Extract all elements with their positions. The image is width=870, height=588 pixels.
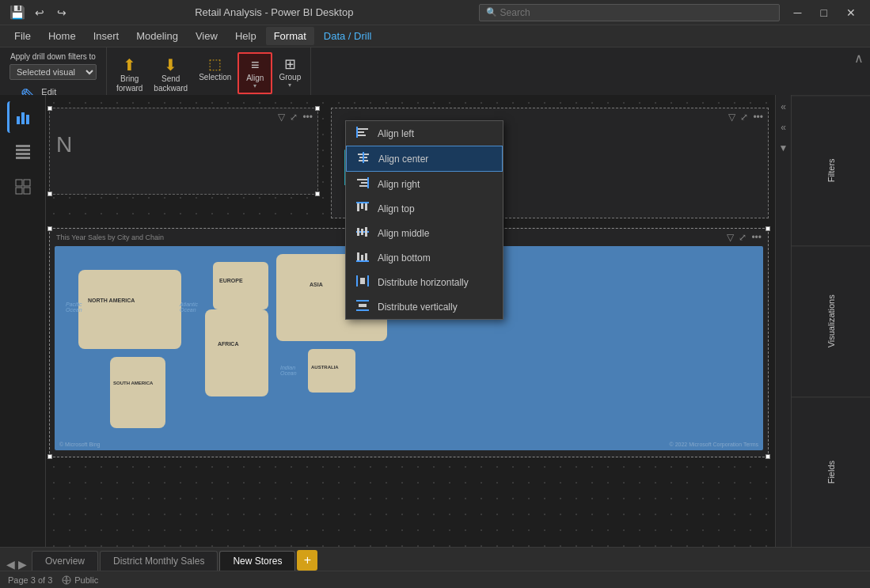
collapse-left-button-2[interactable]: «	[777, 119, 789, 136]
svg-rect-37	[16, 180, 22, 186]
search-bar[interactable]: 🔍	[479, 4, 780, 21]
align-middle-item[interactable]: Align middle	[346, 221, 503, 245]
filter-dropdown-icon[interactable]: ▼	[776, 139, 792, 157]
svg-rect-20	[356, 260, 369, 262]
svg-rect-35	[16, 153, 30, 155]
send-backward-icon: ⬇	[164, 55, 177, 74]
menu-data-drill[interactable]: Data / Drill	[316, 27, 380, 45]
panel-labels: Filters Visualizations Fields	[792, 95, 870, 547]
africa-label: AFRICA	[218, 341, 238, 347]
tab-overview[interactable]: Overview	[32, 551, 98, 571]
menu-help[interactable]: Help	[227, 27, 264, 45]
selection-label: Selection	[199, 73, 231, 82]
align-label: Align	[246, 74, 264, 82]
align-center-icon	[356, 152, 370, 165]
tab-new-stores[interactable]: New Stores	[219, 551, 295, 571]
apply-drill-label: Apply drill down filters to	[10, 52, 96, 61]
svg-rect-1	[357, 131, 364, 133]
left-panel-table[interactable]	[7, 136, 39, 168]
visualizations-panel-label[interactable]: Visualizations	[792, 245, 870, 396]
left-panel	[0, 95, 46, 547]
viz-more-icon[interactable]: •••	[302, 112, 313, 123]
asia-label: ASIA	[310, 282, 323, 287]
close-button[interactable]: ✕	[842, 5, 861, 21]
redo-button[interactable]: ↪	[54, 5, 70, 21]
align-icon: ≡	[251, 57, 260, 74]
maximize-button[interactable]: □	[816, 5, 832, 21]
map-filter-icon[interactable]: ▽	[727, 232, 734, 243]
save-icon[interactable]: 💾	[9, 5, 25, 20]
tab-next-button[interactable]: ▶	[18, 558, 27, 571]
map-more-icon[interactable]: •••	[751, 232, 762, 243]
fields-panel-label[interactable]: Fields	[792, 396, 870, 547]
map-handle-br	[766, 454, 770, 459]
minimize-button[interactable]: ─	[789, 5, 807, 21]
europe-label: EUROPE	[219, 278, 243, 283]
drill-filter-select[interactable]: Selected visual	[9, 64, 97, 80]
bring-forward-icon: ⬆	[123, 55, 136, 74]
svg-rect-39	[16, 188, 22, 194]
search-icon: 🔍	[486, 7, 497, 17]
bing-watermark: © Microsoft Bing	[59, 442, 100, 447]
title-bar-left: 💾 ↩ ↪	[9, 5, 70, 21]
align-top-icon	[355, 202, 370, 215]
svg-rect-2	[357, 135, 366, 136]
tab-district-monthly[interactable]: District Monthly Sales	[100, 551, 218, 571]
viz-top-left[interactable]: ▽ ⤢ ••• N	[49, 108, 318, 195]
handle-tr	[315, 106, 320, 111]
ribbon-collapse-button[interactable]: ∧	[854, 51, 864, 66]
handle-tl	[47, 106, 52, 111]
align-arrow: ▾	[253, 82, 256, 89]
undo-button[interactable]: ↩	[32, 5, 47, 21]
group-button[interactable]: ⊞ Group ▾	[274, 52, 306, 92]
align-button[interactable]: ≡ Align ▾	[237, 52, 272, 94]
tab-prev-button[interactable]: ◀	[6, 558, 15, 571]
align-top-item[interactable]: Align top	[346, 196, 503, 221]
group-arrow: ▾	[288, 82, 291, 89]
svg-rect-28	[356, 309, 369, 311]
selection-button[interactable]: ⬚ Selection	[194, 52, 236, 85]
svg-rect-23	[365, 253, 367, 260]
align-right-item[interactable]: Align right	[346, 172, 503, 196]
align-center-item[interactable]: Align center	[346, 146, 503, 172]
tab-bar: ◀ ▶ Overview District Monthly Sales New …	[0, 547, 870, 571]
title-bar-center: Retail Analysis - Power BI Desktop	[70, 6, 479, 18]
australia-continent: AUSTRALIA	[308, 349, 355, 393]
search-input[interactable]	[500, 7, 773, 18]
bar-filter-icon[interactable]: ▽	[728, 112, 735, 123]
svg-rect-25	[367, 275, 369, 286]
svg-rect-15	[365, 203, 367, 211]
bar-more-icon[interactable]: •••	[753, 112, 763, 123]
tab-add-button[interactable]: +	[297, 550, 317, 571]
left-panel-bar-chart[interactable]	[7, 101, 39, 133]
align-left-item[interactable]: Align left	[346, 121, 503, 146]
svg-rect-14	[361, 203, 363, 209]
tab-nav: ◀ ▶	[6, 558, 27, 571]
south-america-continent: SOUTH AMERICA	[110, 357, 165, 428]
menu-insert[interactable]: Insert	[85, 27, 127, 45]
menu-format[interactable]: Format	[266, 27, 314, 45]
selection-icon: ⬚	[208, 55, 222, 73]
svg-rect-11	[367, 177, 369, 188]
map-actions: ▽ ⤢ •••	[727, 232, 762, 243]
left-panel-matrix[interactable]	[7, 171, 39, 203]
collapse-left-button-1[interactable]: «	[777, 98, 789, 116]
group-label: Group	[279, 73, 301, 82]
viz-expand-icon[interactable]: ⤢	[290, 112, 298, 123]
distribute-v-icon	[355, 300, 370, 313]
align-bottom-item[interactable]: Align bottom	[346, 245, 503, 270]
collapse-strip: « « ▼	[776, 95, 792, 547]
bar-expand-icon[interactable]: ⤢	[740, 112, 748, 123]
distribute-vertically-item[interactable]: Distribute vertically	[346, 294, 503, 319]
filters-panel-label[interactable]: Filters	[792, 95, 870, 245]
distribute-horizontally-item[interactable]: Distribute horizontally	[346, 270, 503, 294]
map-expand-icon[interactable]: ⤢	[739, 232, 747, 243]
status-bar: Page 3 of 3 Public	[0, 571, 870, 588]
menu-home[interactable]: Home	[40, 27, 84, 45]
menu-file[interactable]: File	[6, 27, 39, 45]
viz-placeholder: N	[50, 126, 317, 164]
menu-modeling[interactable]: Modeling	[128, 27, 186, 45]
viz-filter-icon[interactable]: ▽	[278, 112, 285, 123]
public-status: Public	[62, 575, 98, 585]
menu-view[interactable]: View	[188, 27, 226, 45]
